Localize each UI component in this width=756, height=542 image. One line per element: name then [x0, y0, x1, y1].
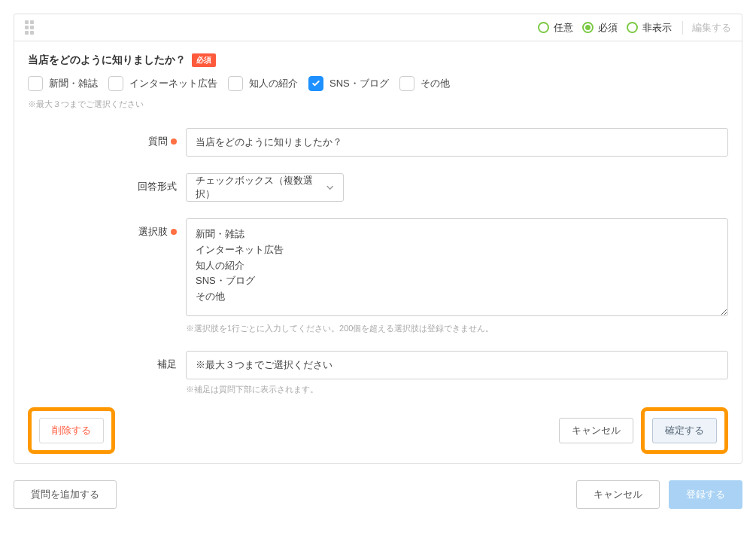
radio-icon	[538, 22, 549, 33]
preview-title-row: 当店をどのように知りましたか？ 必須	[28, 53, 728, 67]
form-control: チェックボックス（複数選択）	[186, 173, 728, 202]
form-label: 質問	[28, 128, 186, 148]
required-dot-icon	[171, 139, 177, 145]
label-text: 選択肢	[138, 225, 168, 239]
required-badge: 必須	[192, 53, 216, 67]
cancel-button[interactable]: キャンセル	[559, 418, 633, 443]
panel-body: 当店をどのように知りましたか？ 必須 新聞・雑誌 インターネット広告 知人の紹介…	[14, 41, 742, 463]
answer-type-select[interactable]: チェックボックス（複数選択）	[186, 173, 344, 202]
preview-option[interactable]: 知人の紹介	[228, 76, 298, 91]
radio-icon	[627, 22, 638, 33]
label-text: 補足	[157, 358, 177, 371]
label-text: 回答形式	[138, 180, 177, 193]
panel-header: 任意 必須 非表示 編集する	[14, 14, 742, 41]
preview-option[interactable]: SNS・ブログ	[308, 76, 389, 91]
visibility-radio-group: 任意 必須 非表示	[538, 21, 672, 35]
checkbox-icon	[108, 76, 123, 91]
grip-icon[interactable]	[25, 20, 34, 35]
radio-label: 非表示	[642, 21, 672, 35]
bottom-right: キャンセル 登録する	[576, 480, 742, 509]
option-label: 知人の紹介	[249, 77, 298, 90]
form-area: 質問 回答形式 チェックボックス（複数選択）	[28, 128, 728, 395]
note-input[interactable]	[186, 351, 728, 379]
form-label: 回答形式	[28, 173, 186, 193]
bottom-bar: 質問を追加する キャンセル 登録する	[0, 477, 756, 519]
checkbox-icon	[308, 76, 323, 91]
chevron-down-icon	[326, 183, 334, 192]
radio-label: 必須	[598, 21, 618, 35]
form-label: 補足	[28, 351, 186, 371]
label-text: 質問	[148, 135, 168, 148]
footer-right: キャンセル 確定する	[559, 407, 728, 454]
radio-optional[interactable]: 任意	[538, 21, 573, 35]
question-input[interactable]	[186, 128, 728, 157]
form-control	[186, 128, 728, 157]
option-label: その他	[421, 77, 450, 90]
highlight-confirm: 確定する	[641, 407, 728, 454]
radio-required[interactable]: 必須	[582, 21, 618, 35]
delete-button[interactable]: 削除する	[39, 418, 104, 443]
preview-option[interactable]: インターネット広告	[108, 76, 217, 91]
panel-footer: 削除する キャンセル 確定する	[28, 407, 728, 454]
choices-help: ※選択肢を1行ごとに入力してください。200個を超える選択肢は登録できません。	[186, 323, 728, 334]
option-label: インターネット広告	[129, 77, 217, 90]
preview-option[interactable]: 新聞・雑誌	[28, 76, 98, 91]
question-panel: 任意 必須 非表示 編集する 当店をどのように知りましたか？ 必須 新	[14, 14, 742, 464]
preview-hint: ※最大３つまでご選択ください	[28, 99, 728, 110]
form-control: ※補足は質問下部に表示されます。	[186, 351, 728, 395]
bottom-cancel-button[interactable]: キャンセル	[576, 480, 660, 509]
form-row-note: 補足 ※補足は質問下部に表示されます。	[28, 351, 728, 395]
preview-option[interactable]: その他	[399, 76, 450, 91]
checkbox-icon	[399, 76, 414, 91]
register-button[interactable]: 登録する	[669, 480, 742, 509]
add-question-button[interactable]: 質問を追加する	[14, 480, 117, 509]
highlight-delete: 削除する	[28, 407, 115, 454]
radio-label: 任意	[554, 21, 573, 35]
required-dot-icon	[171, 229, 177, 235]
option-label: 新聞・雑誌	[49, 77, 98, 90]
radio-hidden[interactable]: 非表示	[627, 21, 672, 35]
confirm-button[interactable]: 確定する	[652, 418, 717, 443]
note-help: ※補足は質問下部に表示されます。	[186, 384, 728, 395]
checkbox-icon	[228, 76, 243, 91]
option-label: SNS・ブログ	[329, 77, 389, 90]
header-right: 任意 必須 非表示 編集する	[538, 21, 731, 35]
form-row-answer-type: 回答形式 チェックボックス（複数選択）	[28, 173, 728, 202]
preview-title: 当店をどのように知りましたか？	[28, 53, 186, 67]
select-value: チェックボックス（複数選択）	[196, 174, 326, 201]
form-row-question: 質問	[28, 128, 728, 157]
choices-textarea[interactable]	[186, 218, 728, 316]
edit-link[interactable]: 編集する	[682, 21, 731, 35]
radio-icon	[582, 22, 594, 33]
checkbox-icon	[28, 76, 43, 91]
form-row-choices: 選択肢 ※選択肢を1行ごとに入力してください。200個を超える選択肢は登録できま…	[28, 218, 728, 334]
form-control: ※選択肢を1行ごとに入力してください。200個を超える選択肢は登録できません。	[186, 218, 728, 334]
form-label: 選択肢	[28, 218, 186, 239]
preview-options: 新聞・雑誌 インターネット広告 知人の紹介 SNS・ブログ その他	[28, 76, 728, 91]
